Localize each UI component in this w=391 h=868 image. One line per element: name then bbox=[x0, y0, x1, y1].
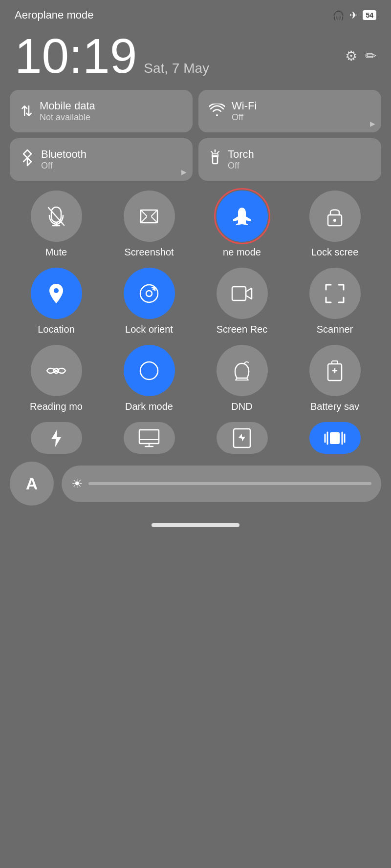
wifi-arrow: ▶ bbox=[370, 120, 375, 127]
scanner-label: Scanner bbox=[317, 324, 353, 335]
mute-label: Mute bbox=[45, 247, 67, 258]
vibrate-item[interactable] bbox=[296, 422, 374, 454]
dnd-btn[interactable] bbox=[217, 345, 268, 396]
clock-area: 10:19 Sat, 7 May ⚙ ✏ bbox=[0, 26, 391, 90]
mute-item[interactable]: Mute bbox=[22, 191, 90, 258]
mobile-data-status: Not available bbox=[40, 112, 95, 123]
circle-row-3: Reading mo Dark mode DND bbox=[10, 345, 381, 412]
wifi-icon bbox=[209, 103, 225, 120]
scanner-item[interactable]: Scanner bbox=[301, 268, 369, 335]
svg-line-10 bbox=[152, 210, 157, 216]
bottom-row bbox=[0, 412, 391, 454]
dnd-item[interactable]: DND bbox=[208, 345, 276, 412]
svg-rect-18 bbox=[232, 287, 246, 300]
status-title: Aeroplane mode bbox=[15, 9, 93, 21]
svg-rect-32 bbox=[330, 432, 340, 444]
font-brightness-row: A ☀ bbox=[0, 454, 391, 513]
mobile-data-icon: ⇅ bbox=[21, 103, 33, 120]
tile-row-2: Bluetooth Off ▶ Torch Off bbox=[10, 138, 381, 181]
svg-point-21 bbox=[140, 362, 158, 380]
screenshot-btn[interactable] bbox=[124, 191, 175, 242]
mute-btn[interactable] bbox=[31, 191, 82, 242]
svg-line-9 bbox=[141, 210, 147, 216]
bluetooth-tile[interactable]: Bluetooth Off ▶ bbox=[10, 138, 193, 181]
lock-orient-label: Lock orient bbox=[125, 324, 173, 335]
shortcut-item[interactable] bbox=[203, 422, 281, 454]
torch-icon bbox=[209, 149, 221, 170]
bluetooth-icon bbox=[21, 149, 34, 170]
nav-bar bbox=[0, 513, 391, 542]
lock-orient-btn[interactable] bbox=[124, 268, 175, 319]
settings-icon[interactable]: ⚙ bbox=[345, 48, 357, 64]
quick-tiles: ⇅ Mobile data Not available Wi-Fi Off ▶ bbox=[0, 90, 391, 181]
circle-row-2: Location Lock orient Screen Rec bbox=[10, 268, 381, 335]
vibrate-btn[interactable] bbox=[309, 422, 361, 454]
svg-line-11 bbox=[141, 217, 147, 223]
battery-indicator: 54 bbox=[363, 10, 376, 20]
flash-btn[interactable] bbox=[31, 422, 82, 454]
desktop-item[interactable] bbox=[110, 422, 188, 454]
dark-mode-btn[interactable] bbox=[124, 345, 175, 396]
tile-row-1: ⇅ Mobile data Not available Wi-Fi Off ▶ bbox=[10, 90, 381, 132]
lock-screen-btn[interactable] bbox=[309, 191, 361, 242]
bluetooth-status: Off bbox=[41, 161, 87, 171]
svg-point-17 bbox=[146, 291, 152, 296]
lock-orient-item[interactable]: Lock orient bbox=[115, 268, 183, 335]
shortcut-btn[interactable] bbox=[217, 422, 268, 454]
wifi-name: Wi-Fi bbox=[232, 100, 257, 112]
bluetooth-name: Bluetooth bbox=[41, 148, 87, 161]
reading-mode-item[interactable]: Reading mo bbox=[22, 345, 90, 412]
screen-rec-label: Screen Rec bbox=[217, 324, 268, 335]
status-bar: Aeroplane mode 🎧 ✈ 54 bbox=[0, 0, 391, 26]
reading-mode-label: Reading mo bbox=[30, 401, 83, 412]
torch-tile[interactable]: Torch Off bbox=[198, 138, 381, 181]
wifi-tile[interactable]: Wi-Fi Off ▶ bbox=[198, 90, 381, 132]
mobile-data-name: Mobile data bbox=[40, 100, 95, 112]
headphones-icon: 🎧 bbox=[332, 9, 345, 21]
desktop-btn[interactable] bbox=[124, 422, 175, 454]
lock-screen-label: Lock scree bbox=[311, 247, 359, 258]
airplane-mode-icon: ✈ bbox=[349, 9, 358, 21]
clock-right-icons: ⚙ ✏ bbox=[345, 48, 376, 64]
font-label: A bbox=[26, 474, 38, 493]
brightness-icon: ☀ bbox=[71, 476, 83, 491]
brightness-slider-container[interactable]: ☀ bbox=[62, 466, 381, 502]
mobile-data-tile[interactable]: ⇅ Mobile data Not available bbox=[10, 90, 193, 132]
screenshot-label: Screenshot bbox=[124, 247, 174, 258]
svg-rect-27 bbox=[139, 430, 159, 444]
location-btn[interactable] bbox=[31, 268, 82, 319]
clock-left: 10:19 Sat, 7 May bbox=[15, 31, 209, 80]
scanner-btn[interactable] bbox=[309, 268, 361, 319]
svg-point-15 bbox=[54, 288, 59, 293]
battery-saver-item[interactable]: Battery sav bbox=[301, 345, 369, 412]
clock-date: Sat, 7 May bbox=[144, 61, 209, 76]
nav-pill[interactable] bbox=[152, 523, 239, 527]
svg-rect-24 bbox=[332, 361, 338, 364]
torch-status: Off bbox=[228, 161, 254, 171]
torch-name: Torch bbox=[228, 148, 254, 161]
svg-point-20 bbox=[55, 370, 57, 372]
brightness-track bbox=[88, 482, 371, 485]
svg-line-4 bbox=[217, 151, 219, 153]
location-label: Location bbox=[38, 324, 75, 335]
lock-screen-item[interactable]: Lock scree bbox=[301, 191, 369, 258]
bluetooth-arrow: ▶ bbox=[181, 168, 187, 176]
location-item[interactable]: Location bbox=[22, 268, 90, 335]
screenshot-item[interactable]: Screenshot bbox=[115, 191, 183, 258]
screen-rec-item[interactable]: Screen Rec bbox=[208, 268, 276, 335]
clock-time: 10:19 bbox=[15, 31, 137, 80]
font-size-btn[interactable]: A bbox=[10, 462, 54, 506]
reading-mode-btn[interactable] bbox=[31, 345, 82, 396]
airplane-mode-btn[interactable] bbox=[217, 191, 268, 242]
airplane-mode-item[interactable]: ne mode bbox=[208, 191, 276, 258]
flash-item[interactable] bbox=[17, 422, 95, 454]
svg-line-3 bbox=[211, 151, 213, 153]
edit-icon[interactable]: ✏ bbox=[365, 48, 376, 64]
airplane-mode-label: ne mode bbox=[223, 247, 261, 258]
dnd-label: DND bbox=[231, 401, 252, 412]
screen-rec-btn[interactable] bbox=[217, 268, 268, 319]
wifi-status: Off bbox=[232, 112, 257, 123]
dark-mode-item[interactable]: Dark mode bbox=[115, 345, 183, 412]
status-icons: 🎧 ✈ 54 bbox=[332, 9, 376, 21]
battery-saver-btn[interactable] bbox=[309, 345, 361, 396]
